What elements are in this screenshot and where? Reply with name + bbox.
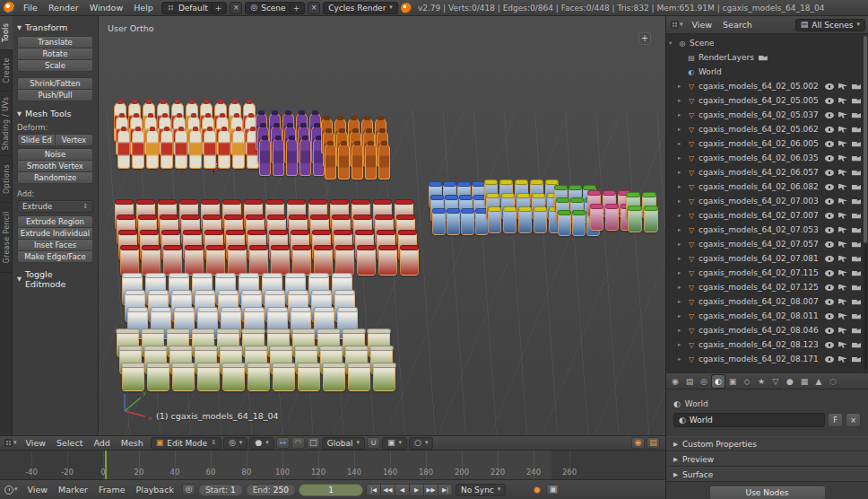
outliner-item-object[interactable]: ▸▽cgaxis_models_64_02_07.057 bbox=[666, 237, 868, 251]
tool-button[interactable]: Randomize bbox=[17, 171, 93, 184]
world-tab[interactable]: ◐ bbox=[712, 375, 725, 388]
menu-item[interactable]: Select bbox=[51, 436, 88, 451]
expand-icon[interactable]: ▸ bbox=[678, 341, 684, 348]
visibility-toggle[interactable] bbox=[825, 184, 834, 190]
tool-button[interactable]: Noise bbox=[17, 148, 93, 161]
yogurt-red[interactable] bbox=[142, 247, 161, 276]
expand-icon[interactable]: ▾ bbox=[669, 39, 675, 47]
yogurt-green[interactable] bbox=[373, 364, 395, 391]
bottles-purple[interactable] bbox=[286, 138, 298, 176]
yogurt-green[interactable] bbox=[348, 364, 370, 391]
visibility-toggle[interactable] bbox=[825, 155, 834, 162]
visibility-toggle[interactable] bbox=[825, 170, 834, 176]
editor-type-button-outliner[interactable]: ▾ bbox=[669, 19, 685, 31]
render-toggle[interactable] bbox=[852, 141, 861, 147]
yogurt-red[interactable] bbox=[378, 247, 397, 276]
selectability-toggle[interactable] bbox=[838, 241, 847, 248]
selectability-toggle[interactable] bbox=[838, 112, 847, 118]
bottles-white-red[interactable] bbox=[232, 129, 245, 169]
snap-magnet-button[interactable]: ∪ bbox=[367, 437, 380, 449]
render-tab[interactable]: ◉ bbox=[669, 375, 681, 388]
current-frame-indicator[interactable] bbox=[105, 451, 107, 479]
editor-type-button[interactable]: ▾ bbox=[3, 437, 19, 449]
selectability-toggle[interactable] bbox=[838, 256, 847, 262]
expand-icon[interactable]: ▸ bbox=[678, 97, 684, 104]
expand-icon[interactable]: ▸ bbox=[678, 169, 684, 176]
bottles-orange[interactable] bbox=[338, 144, 350, 179]
menu-item[interactable]: Marker bbox=[53, 483, 93, 497]
visibility-toggle[interactable] bbox=[825, 227, 834, 233]
delete-scene-button[interactable]: × bbox=[308, 2, 320, 14]
selectability-toggle[interactable] bbox=[838, 213, 847, 219]
outliner-item-object[interactable]: ▸▽cgaxis_models_64_02_06.082 bbox=[666, 179, 868, 194]
render-toggle[interactable] bbox=[852, 184, 861, 190]
bottles-white-red[interactable] bbox=[132, 129, 144, 169]
yogurt-green[interactable] bbox=[273, 364, 295, 391]
expand-icon[interactable]: ▸ bbox=[678, 355, 684, 363]
expand-icon[interactable]: ▸ bbox=[678, 284, 684, 291]
yogurt-green[interactable] bbox=[298, 364, 320, 391]
visibility-toggle[interactable] bbox=[825, 328, 834, 334]
manipulator-rotate-button[interactable]: ◠ bbox=[291, 437, 305, 449]
menu-item[interactable]: View bbox=[22, 483, 54, 497]
keying-set-button[interactable]: ▣ bbox=[546, 484, 560, 495]
visibility-toggle[interactable] bbox=[825, 299, 834, 305]
yogurt-green[interactable] bbox=[323, 364, 345, 391]
physics-tab[interactable]: ◌ bbox=[827, 375, 839, 388]
yogurt-red[interactable] bbox=[249, 247, 268, 276]
selectability-toggle[interactable] bbox=[838, 98, 847, 104]
menu-item[interactable]: Playback bbox=[131, 483, 179, 497]
selectability-toggle[interactable] bbox=[838, 155, 847, 162]
shading-selector[interactable]: ● ▾ bbox=[249, 437, 273, 450]
section-preview[interactable]: ▶Preview bbox=[666, 451, 868, 467]
menu-item[interactable]: Window bbox=[84, 1, 128, 15]
tool-button[interactable]: Extrude Region bbox=[17, 215, 93, 228]
jump-to-prev-keyframe-button[interactable]: ◀◀ bbox=[380, 484, 395, 496]
cups-yellow-lid[interactable] bbox=[518, 208, 532, 233]
yogurt-green[interactable] bbox=[247, 364, 270, 391]
yogurt-green[interactable] bbox=[197, 364, 220, 391]
snap-element-selector[interactable]: ▣ ▾ bbox=[382, 437, 407, 450]
cups-blue-lid[interactable] bbox=[447, 210, 460, 235]
visibility-toggle[interactable] bbox=[825, 256, 834, 262]
cups-yellow-lid[interactable] bbox=[488, 208, 501, 233]
editor-type-button-timeline[interactable]: ▾ bbox=[3, 484, 20, 495]
current-frame-field[interactable]: 1 bbox=[299, 484, 363, 496]
expand-icon[interactable]: ▸ bbox=[678, 83, 684, 90]
scene-selector[interactable]: ◎ Scene + bbox=[245, 2, 305, 14]
scene-tab[interactable]: ◎ bbox=[698, 375, 710, 388]
modifiers-tab[interactable]: ★ bbox=[755, 375, 768, 388]
use-nodes-button[interactable]: Use Nodes bbox=[709, 486, 826, 499]
panel-toggle-editmode-header[interactable]: ▼ Toggle Editmode bbox=[17, 272, 93, 285]
constraints-tab[interactable]: ◇ bbox=[741, 375, 753, 388]
toolshelf-tab-create[interactable]: Create bbox=[0, 50, 13, 92]
render-toggle[interactable] bbox=[852, 198, 861, 205]
bottles-orange[interactable] bbox=[352, 144, 363, 179]
render-toggle[interactable] bbox=[852, 342, 861, 348]
outliner-item-object[interactable]: ▸▽cgaxis_models_64_02_06.057 bbox=[666, 165, 868, 179]
menu-item[interactable]: View bbox=[21, 436, 52, 451]
expand-icon[interactable]: ▸ bbox=[678, 255, 684, 262]
expand-icon[interactable]: ▸ bbox=[678, 312, 684, 320]
bottles-purple[interactable] bbox=[299, 138, 311, 176]
play-button[interactable]: ▶ bbox=[409, 484, 424, 496]
outliner-item-object[interactable]: ▸▽cgaxis_models_64_02_05.037 bbox=[666, 108, 868, 122]
screen-layout-selector[interactable]: Default + bbox=[161, 2, 227, 14]
add-scene-button[interactable]: + bbox=[290, 4, 300, 13]
expand-icon[interactable]: ▸ bbox=[678, 154, 684, 162]
render-toggle[interactable] bbox=[852, 313, 861, 320]
texture-tab[interactable]: ▦ bbox=[798, 375, 811, 388]
visibility-toggle[interactable] bbox=[825, 112, 834, 118]
render-toggle[interactable] bbox=[852, 328, 861, 334]
expand-icon[interactable]: ▸ bbox=[678, 197, 684, 205]
outliner-item-object[interactable]: ▸▽cgaxis_models_64_02_07.081 bbox=[666, 251, 868, 266]
outliner-item-object[interactable]: ▸▽cgaxis_models_64_02_05.005 bbox=[666, 93, 868, 108]
menu-item[interactable]: Mesh bbox=[116, 436, 149, 451]
mode-selector[interactable]: ▣ Edit Mode ↕ bbox=[151, 437, 221, 450]
toolshelf-tab-tools[interactable]: Tools bbox=[0, 16, 13, 50]
outliner-item-object[interactable]: ▸▽cgaxis_models_64_02_07.053 bbox=[666, 223, 868, 237]
yogurt-red[interactable] bbox=[400, 247, 419, 276]
tool-button[interactable]: Inset Faces bbox=[17, 239, 93, 251]
panel-transform-header[interactable]: ▼ Transform bbox=[17, 21, 93, 34]
bottles-orange[interactable] bbox=[325, 144, 336, 179]
